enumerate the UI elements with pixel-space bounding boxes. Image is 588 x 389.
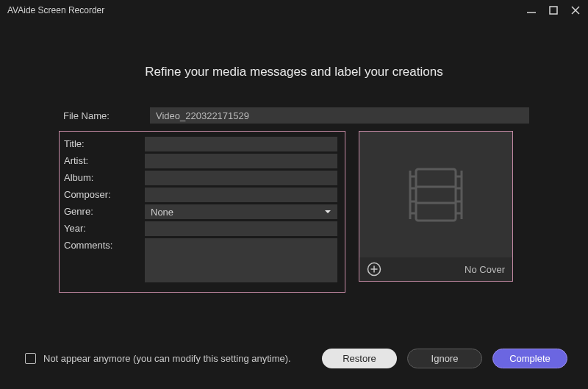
genre-value: None: [151, 207, 173, 218]
title-input[interactable]: [145, 137, 337, 151]
composer-input[interactable]: [145, 188, 337, 202]
titlebar: AVAide Screen Recorder: [0, 0, 588, 21]
minimize-button[interactable]: [526, 5, 537, 15]
comments-input[interactable]: [145, 238, 337, 282]
no-cover-label: No Cover: [465, 264, 505, 275]
app-title: AVAide Screen Recorder: [7, 5, 104, 15]
add-cover-button[interactable]: [367, 262, 381, 276]
checkbox-label: Not appear anymore (you can modify this …: [43, 353, 291, 364]
genre-label: Genre:: [64, 204, 137, 217]
main-row: Title: Artist: Album: Composer: Genre: N…: [59, 131, 529, 293]
year-input[interactable]: [145, 221, 337, 236]
complete-button[interactable]: Complete: [492, 349, 567, 368]
album-label: Album:: [64, 171, 137, 183]
page-heading: Refine your media messages and label you…: [59, 65, 529, 79]
bottom-bar: Not appear anymore (you can modify this …: [0, 349, 588, 368]
cover-panel: No Cover: [359, 131, 513, 282]
filename-row: File Name:: [59, 107, 529, 124]
action-buttons: Restore Ignore Complete: [322, 349, 567, 368]
maximize-button[interactable]: [548, 5, 559, 15]
window-controls: [526, 5, 581, 15]
restore-button[interactable]: Restore: [322, 349, 397, 368]
composer-label: Composer:: [64, 188, 137, 200]
metadata-panel: Title: Artist: Album: Composer: Genre: N…: [59, 131, 345, 293]
checkbox-box: [25, 353, 36, 364]
svg-rect-1: [550, 7, 557, 14]
genre-select[interactable]: None: [145, 204, 337, 219]
content-area: Refine your media messages and label you…: [0, 21, 588, 293]
album-input[interactable]: [145, 171, 337, 185]
artist-input[interactable]: [145, 154, 337, 168]
year-label: Year:: [64, 221, 137, 234]
comments-label: Comments:: [64, 238, 137, 251]
ignore-button[interactable]: Ignore: [407, 349, 482, 368]
title-label: Title:: [64, 137, 137, 149]
cover-footer: No Cover: [359, 257, 512, 281]
not-appear-checkbox[interactable]: Not appear anymore (you can modify this …: [25, 353, 291, 364]
film-frame-icon: [403, 162, 469, 228]
artist-label: Artist:: [64, 154, 137, 166]
filename-input[interactable]: [150, 107, 529, 124]
cover-art-placeholder: [359, 132, 512, 257]
svg-rect-4: [416, 169, 456, 221]
close-button[interactable]: [570, 5, 581, 15]
filename-label: File Name:: [59, 110, 140, 121]
